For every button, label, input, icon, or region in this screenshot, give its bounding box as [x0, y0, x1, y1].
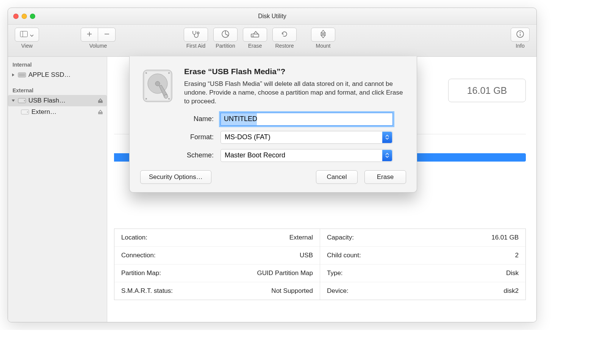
volume-label: Volume [89, 43, 107, 49]
external-disk-icon [18, 98, 26, 104]
disk-utility-window: Disk Utility View [8, 8, 537, 322]
svg-rect-15 [98, 113, 102, 114]
format-label: Format: [160, 133, 220, 141]
sidebar-item-label: Extern… [31, 108, 56, 116]
plus-icon [87, 31, 92, 38]
erase-icon [250, 30, 260, 39]
detail-row-partition-map: Partition Map:GUID Partition Map [114, 264, 320, 282]
remove-volume-button[interactable] [98, 28, 116, 42]
details-table: Location:External Connection:USB Partiti… [114, 229, 526, 300]
scheme-value: Master Boot Record [225, 151, 285, 159]
sidebar-item-usb-flash[interactable]: USB Flash… [8, 95, 107, 106]
svg-point-21 [145, 72, 147, 74]
sidebar-header-internal: Internal [8, 60, 107, 69]
view-button[interactable] [15, 28, 39, 42]
disclosure-down-icon[interactable] [11, 98, 16, 103]
svg-point-6 [517, 31, 524, 37]
svg-point-23 [145, 98, 147, 100]
restore-icon [280, 30, 289, 40]
partition-label: Partition [216, 43, 235, 49]
sidebar-item-label: USB Flash… [28, 97, 66, 104]
format-value: MS-DOS (FAT) [225, 133, 270, 141]
svg-rect-4 [251, 34, 259, 37]
sidebar-item-label: APPLE SSD… [28, 71, 71, 79]
name-input[interactable] [220, 113, 393, 126]
window-title: Disk Utility [8, 13, 536, 20]
capacity-badge: 16.01 GB [448, 79, 526, 102]
svg-point-24 [168, 98, 170, 100]
svg-point-11 [24, 100, 25, 101]
eject-icon[interactable] [97, 109, 104, 115]
svg-point-22 [168, 72, 170, 74]
add-volume-button[interactable] [81, 28, 98, 42]
erase-sheet: Erase “USB Flash Media”? Erasing “USB Fl… [129, 56, 417, 193]
detail-row-location: Location:External [114, 229, 320, 246]
svg-point-14 [27, 112, 28, 113]
info-icon [516, 30, 524, 40]
sidebar-item-extern-volume[interactable]: Extern… [8, 106, 107, 118]
mount-icon [319, 30, 327, 40]
svg-point-20 [164, 95, 168, 98]
name-label: Name: [160, 115, 220, 123]
select-stepper-icon [382, 132, 392, 143]
hard-drive-icon [140, 67, 175, 105]
info-label: Info [516, 43, 524, 49]
restore-button[interactable] [272, 28, 297, 42]
sidebar-item-apple-ssd[interactable]: APPLE SSD… [8, 69, 107, 81]
sidebar: Internal APPLE SSD… External USB Flash… … [8, 57, 107, 322]
pie-chart-icon [221, 30, 230, 40]
cancel-button[interactable]: Cancel [316, 170, 358, 184]
scheme-select[interactable]: Master Boot Record [220, 149, 393, 162]
chevron-down-icon [30, 31, 34, 38]
sidebar-icon [20, 31, 28, 39]
first-aid-button[interactable] [184, 28, 208, 42]
eject-icon[interactable] [97, 98, 104, 103]
select-stepper-icon [382, 150, 392, 161]
first-aid-label: First Aid [186, 43, 206, 49]
restore-label: Restore [275, 43, 294, 49]
title-bar: Disk Utility [8, 8, 536, 25]
detail-row-type: Type:Disk [320, 264, 525, 282]
svg-rect-12 [98, 102, 102, 103]
svg-point-7 [520, 32, 521, 33]
volume-icon [21, 109, 29, 115]
svg-point-2 [197, 32, 199, 34]
erase-confirm-button[interactable]: Erase [364, 170, 406, 184]
sidebar-header-external: External [8, 86, 107, 95]
internal-disk-icon [18, 72, 26, 78]
info-button[interactable] [511, 28, 530, 42]
view-label: View [21, 43, 33, 49]
svg-point-3 [222, 31, 229, 37]
sheet-description: Erasing “USB Flash Media” will delete al… [184, 80, 406, 106]
stethoscope-icon [191, 30, 200, 39]
mount-label: Mount [316, 43, 331, 49]
partition-button[interactable] [213, 28, 238, 42]
svg-rect-9 [19, 73, 25, 76]
detail-row-capacity: Capacity:16.01 GB [320, 229, 525, 246]
mount-button[interactable] [311, 28, 335, 42]
erase-button[interactable] [243, 28, 267, 42]
format-select[interactable]: MS-DOS (FAT) [220, 131, 393, 144]
detail-row-connection: Connection:USB [114, 246, 320, 264]
detail-row-device: Device:disk2 [320, 282, 525, 300]
minus-icon [104, 31, 109, 38]
sheet-title: Erase “USB Flash Media”? [184, 67, 406, 76]
security-options-button[interactable]: Security Options… [140, 170, 211, 184]
svg-point-19 [155, 81, 160, 86]
scheme-label: Scheme: [160, 151, 220, 159]
erase-label: Erase [248, 43, 262, 49]
detail-row-smart: S.M.A.R.T. status:Not Supported [114, 282, 320, 300]
disclosure-right-icon[interactable] [11, 73, 16, 77]
detail-row-child-count: Child count:2 [320, 246, 525, 264]
svg-rect-0 [20, 31, 28, 37]
toolbar: View Volume First Aid [8, 25, 536, 57]
